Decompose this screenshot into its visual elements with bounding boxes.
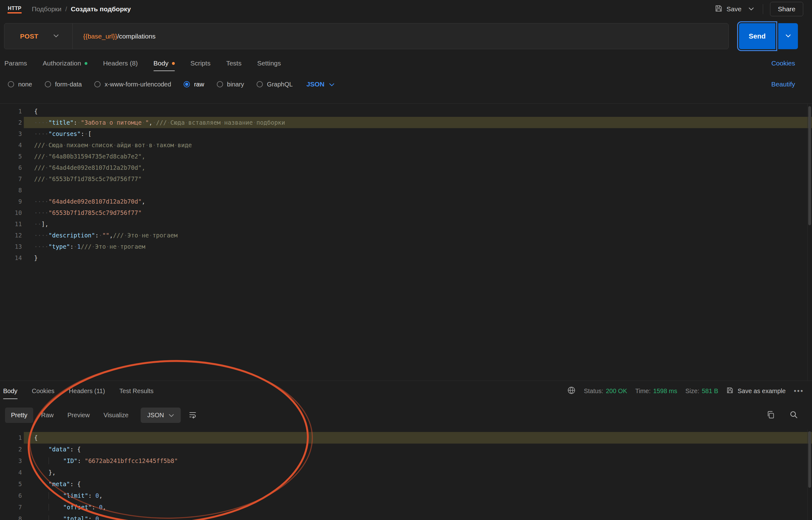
request-bar: POST {{base_url}}/compilations Send — [0, 18, 812, 54]
body-type-graphql[interactable]: GraphQL — [257, 81, 293, 88]
code-line-8[interactable]: 8 "total": 0 — [0, 513, 812, 520]
cookies-link[interactable]: Cookies — [771, 59, 795, 67]
tab-authorization[interactable]: Authorization — [43, 54, 87, 73]
time-value: 1598 ms — [653, 388, 677, 395]
tab-scripts[interactable]: Scripts — [190, 54, 211, 73]
body-type-options: noneform-datax-www-form-urlencodedrawbin… — [8, 81, 293, 88]
line-number: 4 — [0, 139, 24, 151]
view-tab-visualize[interactable]: Visualize — [98, 408, 134, 423]
token: "Забота — [81, 119, 106, 126]
whitespace-dots: · — [167, 119, 170, 126]
response-tab-headers-11[interactable]: Headers (11) — [69, 381, 105, 401]
language-selector[interactable]: JSON — [306, 80, 334, 88]
method-selector[interactable]: POST — [4, 24, 72, 49]
save-as-example-button[interactable]: Save as example — [726, 387, 785, 396]
code-line-9[interactable]: 9····"64ad4de092e8107d12a2b70d", — [0, 196, 812, 207]
code-line-1[interactable]: 1{ — [0, 432, 812, 444]
tab-tests[interactable]: Tests — [226, 54, 241, 73]
code-line-1[interactable]: 1{ — [0, 106, 812, 117]
line-number: 1 — [0, 432, 24, 444]
send-options-dropdown[interactable] — [778, 23, 798, 49]
code-line-7[interactable]: 7 "offset": 0, — [0, 501, 812, 513]
beautify-link[interactable]: Beautify — [771, 80, 795, 88]
body-type-binary[interactable]: binary — [217, 81, 244, 88]
tab-body[interactable]: Body — [154, 54, 175, 73]
body-type-row: noneform-datax-www-form-urlencodedrawbin… — [0, 73, 812, 96]
code-line-3[interactable]: 3 "ID": "6672ab241bffcc12445ff5b8" — [0, 455, 812, 467]
code-line-8[interactable]: 8 — [0, 184, 812, 196]
code-line-7[interactable]: 7///·"6553b7f1d785c5c79d756f77" — [0, 173, 812, 184]
code-line-2[interactable]: 2····"title":·"Забота·о·питомце·",·///·С… — [0, 117, 812, 128]
token: : — [88, 515, 96, 520]
breadcrumb-parent[interactable]: Подборки — [32, 5, 61, 13]
code-text: ····"title":·"Забота·о·питомце·",·///·Сю… — [24, 117, 812, 128]
response-tab-test-results[interactable]: Test Results — [120, 381, 154, 401]
code-line-6[interactable]: 6 "limit": 0, — [0, 490, 812, 501]
token: : — [92, 504, 99, 511]
token: : { — [70, 446, 80, 453]
view-tab-raw[interactable]: Raw — [35, 408, 59, 423]
tab-headers-8[interactable]: Headers (8) — [103, 54, 138, 73]
body-type-label: binary — [227, 81, 244, 88]
token: 0 — [96, 492, 99, 499]
method-label: POST — [20, 32, 38, 40]
save-button-label: Save — [727, 5, 741, 13]
whitespace-dots: · — [220, 119, 224, 126]
response-body-editor[interactable]: 1{2 "data": {3 "ID": "6672ab241bffcc1244… — [0, 430, 812, 520]
more-options-button[interactable]: ••• — [794, 387, 804, 395]
code-line-13[interactable]: 13····"type":·1///·Это·не·трогаем — [0, 241, 812, 252]
tab-label: Test Results — [120, 388, 154, 395]
body-type-form-data[interactable]: form-data — [45, 81, 82, 88]
tab-settings[interactable]: Settings — [257, 54, 281, 73]
save-button[interactable]: Save — [714, 4, 741, 14]
network-globe-icon[interactable] — [567, 386, 576, 396]
request-tabs: ParamsAuthorizationHeaders (8)BodyScript… — [4, 54, 281, 73]
whitespace-dots: · — [106, 243, 109, 250]
code-line-10[interactable]: 10····"6553b7f1d785c5c79d756f77" — [0, 207, 812, 218]
code-line-4[interactable]: 4 }, — [0, 467, 812, 478]
request-body-editor[interactable]: 1{2····"title":·"Забота·о·питомце·",·///… — [0, 103, 812, 381]
response-actions — [766, 410, 798, 420]
code-text: ····"description":·"",///·Это·не·трогаем — [24, 230, 812, 241]
token: "limit" — [63, 492, 88, 499]
send-button[interactable]: Send — [739, 23, 775, 49]
line-number: 6 — [0, 162, 24, 173]
breadcrumb-current[interactable]: Создать подборку — [71, 5, 131, 13]
response-format-selector[interactable]: JSON — [141, 408, 181, 423]
search-icon — [789, 410, 798, 420]
tab-params[interactable]: Params — [4, 54, 27, 73]
code-line-5[interactable]: 5///·"64a80b31594735e7d8cab7e2", — [0, 151, 812, 162]
response-tab-body[interactable]: Body — [3, 381, 18, 401]
time-badge: Time: 1598 ms — [635, 388, 677, 395]
copy-response-button[interactable] — [766, 410, 775, 420]
code-line-2[interactable]: 2 "data": { — [0, 444, 812, 455]
search-response-button[interactable] — [789, 410, 798, 420]
view-tab-preview[interactable]: Preview — [61, 408, 96, 423]
indent — [34, 504, 49, 511]
wrap-lines-button[interactable] — [186, 408, 200, 422]
response-tab-cookies[interactable]: Cookies — [32, 381, 54, 401]
code-line-11[interactable]: 11··], — [0, 218, 812, 230]
save-options-dropdown[interactable] — [746, 5, 756, 14]
body-type-raw[interactable]: raw — [184, 81, 204, 88]
token: : { — [70, 480, 80, 488]
code-line-12[interactable]: 12····"description":·"",///·Это·не·трога… — [0, 230, 812, 241]
size-value: 581 B — [702, 388, 718, 395]
code-line-4[interactable]: 4///·Сюда·пихаем·список·айди·вот·в·таком… — [0, 139, 812, 151]
whitespace-dots: · — [45, 141, 48, 149]
body-type-none[interactable]: none — [8, 81, 32, 88]
code-text: { — [24, 106, 812, 117]
token: , — [109, 232, 113, 239]
view-tab-pretty[interactable]: Pretty — [5, 408, 33, 423]
code-line-6[interactable]: 6///·"64ad4de092e8107d12a2b70d", — [0, 162, 812, 173]
scrollbar-thumb[interactable] — [808, 431, 811, 488]
code-line-14[interactable]: 14} — [0, 252, 812, 263]
body-type-x-www-form-urlencoded[interactable]: x-www-form-urlencoded — [94, 81, 171, 88]
url-variable: {{base_url}} — [83, 32, 117, 40]
code-line-3[interactable]: 3····"courses":·[ — [0, 128, 812, 139]
url-input[interactable]: {{base_url}}/compilations — [73, 32, 155, 40]
share-button[interactable]: Share — [770, 2, 803, 16]
scrollbar-thumb[interactable] — [808, 106, 811, 225]
url-path: /compilations — [117, 32, 156, 40]
code-line-5[interactable]: 5 "meta": { — [0, 478, 812, 490]
